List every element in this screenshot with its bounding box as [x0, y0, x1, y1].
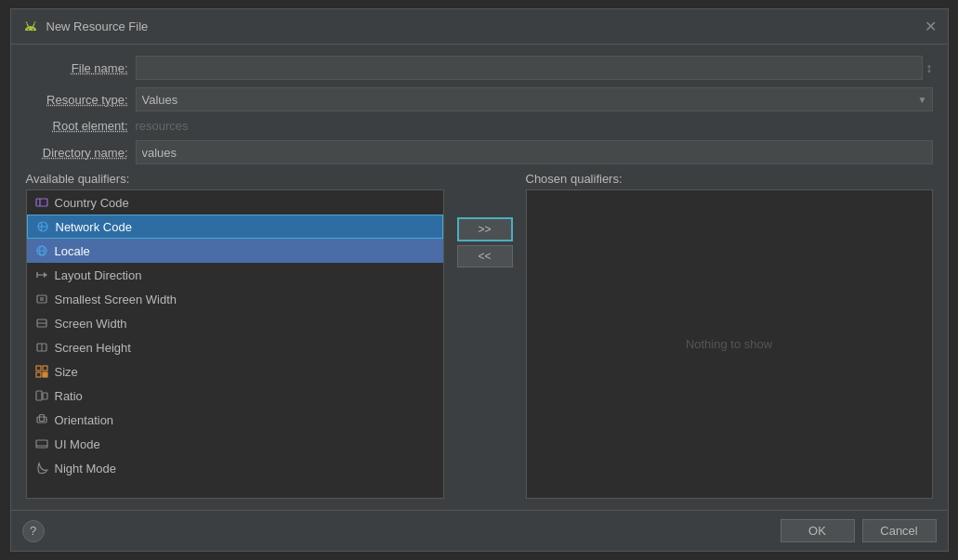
resource-type-row: Resource type: Values Color Drawable Lay… — [26, 87, 933, 111]
list-item-label: Layout Direction — [55, 268, 142, 282]
file-name-input-wrapper: ↕ — [136, 56, 933, 80]
ui-mode-icon — [34, 436, 49, 451]
close-button[interactable]: ✕ — [925, 20, 937, 34]
android-icon — [22, 19, 39, 35]
dialog-content: File name: ↕ Resource type: Values Color… — [11, 45, 948, 510]
title-bar: New Resource File ✕ — [11, 9, 948, 45]
svg-rect-26 — [43, 393, 47, 399]
ok-button[interactable]: OK — [781, 519, 855, 542]
svg-point-0 — [27, 28, 29, 30]
nothing-to-show-text: Nothing to show — [686, 337, 772, 351]
screen-height-icon — [34, 340, 49, 355]
svg-rect-23 — [36, 372, 41, 377]
svg-rect-24 — [43, 372, 47, 377]
available-qualifiers-list[interactable]: Country Code Network Code — [26, 189, 444, 499]
root-element-value: resources — [136, 119, 189, 133]
list-item-label: Night Mode — [55, 462, 116, 475]
add-qualifier-button[interactable]: >> — [457, 217, 513, 241]
list-item-label: Screen Width — [55, 317, 127, 331]
remove-qualifier-button[interactable]: << — [457, 245, 513, 267]
chosen-qualifiers-label: Chosen qualifiers: — [526, 172, 623, 186]
list-item-label: Ratio — [55, 389, 83, 403]
svg-rect-27 — [37, 417, 46, 423]
svg-marker-12 — [44, 272, 47, 278]
svg-rect-14 — [37, 295, 46, 303]
list-item[interactable]: Layout Direction — [27, 263, 443, 287]
cancel-button[interactable]: Cancel — [862, 519, 937, 542]
list-item-label: Screen Height — [55, 341, 131, 355]
resource-type-select-wrapper: Values Color Drawable Layout Menu String… — [136, 87, 933, 111]
list-item-label: Smallest Screen Width — [55, 293, 177, 306]
layout-direction-icon — [34, 267, 49, 282]
root-element-label: Root element: — [26, 119, 128, 133]
resource-type-label: Resource type: — [26, 93, 128, 107]
list-item[interactable]: Ratio — [27, 384, 443, 408]
svg-rect-25 — [36, 391, 42, 400]
directory-name-label: Directory name: — [26, 146, 128, 160]
qualifiers-labels: Available qualifiers: Chosen qualifiers: — [26, 172, 933, 186]
qualifiers-section: Available qualifiers: Chosen qualifiers:… — [26, 172, 933, 499]
list-item[interactable]: Night Mode — [27, 456, 443, 480]
list-item[interactable]: Network Code — [27, 215, 443, 239]
svg-line-3 — [33, 21, 35, 23]
directory-name-input[interactable]: values — [136, 140, 933, 164]
file-name-row: File name: ↕ — [26, 56, 933, 80]
title-bar-left: New Resource File — [22, 19, 149, 35]
list-item[interactable]: Screen Height — [27, 335, 443, 359]
list-item[interactable]: Orientation — [27, 408, 443, 432]
list-item-label: Locale — [55, 244, 90, 258]
svg-rect-29 — [36, 440, 47, 448]
locale-icon — [34, 243, 49, 258]
svg-line-2 — [26, 21, 28, 23]
resource-type-select[interactable]: Values Color Drawable Layout Menu String… — [136, 87, 933, 111]
file-name-input[interactable] — [136, 56, 923, 80]
list-item[interactable]: Country Code — [27, 190, 443, 215]
svg-rect-22 — [43, 366, 47, 371]
list-item[interactable]: Smallest Screen Width — [27, 287, 443, 311]
network-code-icon — [35, 219, 50, 234]
svg-rect-28 — [39, 415, 44, 422]
directory-name-row: Directory name: values — [26, 140, 933, 164]
list-item[interactable]: Screen Width — [27, 311, 443, 335]
list-item[interactable]: UI Mode — [27, 432, 443, 456]
size-icon — [34, 364, 49, 379]
list-item[interactable]: Locale — [27, 239, 443, 263]
list-item-label: Country Code — [55, 196, 129, 210]
list-item-label: Orientation — [55, 413, 114, 427]
dialog-footer: ? OK Cancel — [11, 510, 948, 551]
svg-rect-21 — [36, 366, 41, 371]
night-mode-icon — [34, 461, 49, 475]
footer-buttons: OK Cancel — [781, 519, 937, 542]
list-item-label: UI Mode — [55, 437, 100, 451]
list-item[interactable]: Size — [27, 359, 443, 384]
help-button[interactable]: ? — [22, 520, 45, 542]
qualifiers-panel: Country Code Network Code — [26, 189, 933, 499]
ratio-icon — [34, 388, 49, 403]
chosen-qualifiers-list: Nothing to show — [526, 189, 933, 499]
new-resource-file-dialog: New Resource File ✕ File name: ↕ Resourc… — [10, 8, 949, 552]
svg-rect-4 — [36, 199, 47, 206]
available-list: Country Code Network Code — [27, 190, 443, 480]
smallest-screen-width-icon — [34, 292, 49, 306]
svg-point-1 — [32, 28, 33, 30]
arrows-panel: >> << — [448, 189, 522, 499]
list-item-label: Size — [55, 365, 78, 379]
dialog-title: New Resource File — [46, 20, 149, 33]
available-qualifiers-label: Available qualifiers: — [26, 172, 444, 186]
file-name-label: File name: — [26, 61, 128, 75]
list-item-label: Network Code — [56, 220, 132, 234]
root-element-row: Root element: resources — [26, 119, 933, 133]
screen-width-icon — [34, 316, 49, 331]
orientation-icon — [34, 412, 49, 427]
country-code-icon — [34, 195, 49, 210]
sort-button[interactable]: ↕ — [926, 60, 933, 75]
